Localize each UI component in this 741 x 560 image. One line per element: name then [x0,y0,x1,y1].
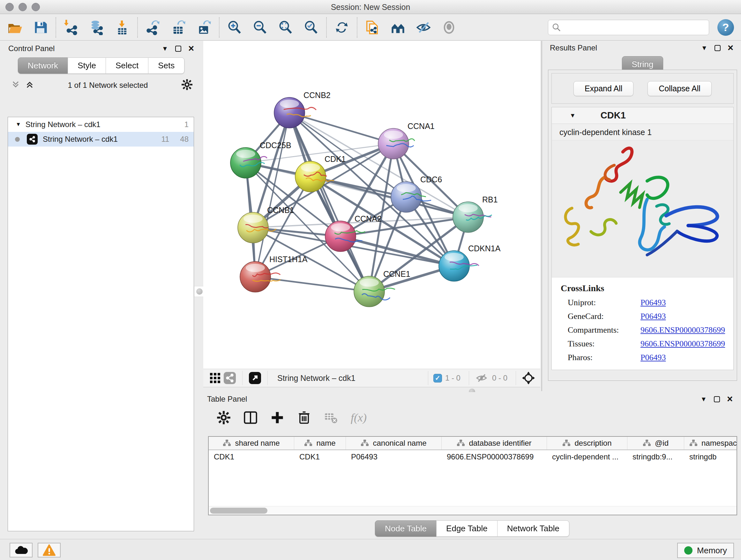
collapse-all-button[interactable]: Collapse All [648,81,712,96]
tab-style[interactable]: Style [68,57,106,74]
column-header-@id[interactable]: @id [627,437,684,449]
crosslink-link[interactable]: 9606.ENSP00000378699 [641,325,725,335]
table-horizontal-scrollbar[interactable] [209,506,737,515]
network-collection-row[interactable]: ▼ String Network – cdk1 1 [8,117,194,132]
warning-icon[interactable] [38,543,61,557]
network-node-ccna1[interactable]: CCNA1 [378,122,434,159]
collapse-all-icon[interactable] [11,80,20,91]
tab-edge-table[interactable]: Edge Table [436,520,497,537]
node-gloss-highlight [246,264,265,272]
delete-table-icon[interactable] [324,411,338,425]
network-node-rb1[interactable]: RB1 [453,195,498,233]
column-header-shared-name[interactable]: shared name [209,437,294,449]
cloud-icon[interactable] [10,543,32,557]
column-header-canonical-name[interactable]: canonical name [346,437,442,449]
table-cell[interactable]: CDK1 [294,450,346,463]
expand-all-button[interactable]: Expand All [574,81,633,96]
results-panel-close-icon[interactable]: × [728,45,733,51]
node-label-ccnb1: CCNB1 [267,206,294,214]
table-panel-menu-icon[interactable]: ▼ [700,395,707,403]
control-panel-tabs: NetworkStyleSelectSets [18,57,185,74]
detach-view-icon[interactable] [248,371,262,385]
node-gloss-highlight [331,223,350,232]
export-table-icon[interactable] [171,19,186,36]
help-icon[interactable]: ? [718,19,734,36]
column-header-description[interactable]: description [547,437,627,449]
export-image-icon[interactable] [196,19,212,36]
crosshair-icon[interactable] [521,371,536,385]
network-node-ccnb1[interactable]: CCNB1 [238,206,294,243]
column-header-database-identifier[interactable]: database identifier [442,437,547,449]
expand-all-icon[interactable] [25,80,35,91]
zoom-fit-icon[interactable] [278,19,293,36]
column-header-name[interactable]: name [294,437,346,449]
network-edge[interactable] [255,277,369,292]
node-gloss-highlight [384,131,403,139]
node-label-ccne1: CCNE1 [383,269,410,278]
control-panel-close-icon[interactable]: × [188,45,194,52]
import-network-icon[interactable] [63,19,79,36]
save-session-icon[interactable] [32,19,49,36]
search-input[interactable] [548,20,709,35]
network-edge[interactable] [255,113,289,277]
refresh-icon[interactable] [334,19,350,36]
delete-column-icon[interactable] [297,411,311,425]
network-edge[interactable] [289,113,369,292]
import-database-icon[interactable] [89,19,105,36]
first-neighbors-icon[interactable] [390,19,406,36]
tab-select[interactable]: Select [106,57,148,74]
memory-button[interactable]: Memory [677,543,734,558]
gear-icon[interactable] [181,79,193,91]
crosslink-link[interactable]: P06493 [641,298,666,307]
scrollbar-thumb[interactable] [210,508,267,514]
table-cell[interactable]: stringdb:9... [627,450,684,463]
network-row[interactable]: String Network – cdk1 11 48 [8,132,194,146]
node-label-ccna1: CCNA1 [408,122,434,131]
gene-caret-icon[interactable]: ▼ [569,112,576,119]
navigator-grid-icon[interactable] [208,371,222,385]
crosslink-link[interactable]: P06493 [641,353,666,362]
table-cell[interactable]: stringdb [684,450,737,463]
tab-node-table[interactable]: Node Table [375,520,436,537]
table-settings-icon[interactable] [217,411,231,425]
table-cell[interactable]: P06493 [346,450,442,463]
import-table-icon[interactable] [114,19,130,36]
zoom-in-icon[interactable] [226,19,243,36]
network-share-icon[interactable] [222,371,237,385]
open-session-icon[interactable] [7,19,23,36]
hide-selected-icon[interactable] [415,19,431,36]
tab-network[interactable]: Network [18,57,68,74]
new-network-from-selection-icon[interactable] [364,19,381,36]
export-network-icon[interactable] [145,19,161,36]
tab-sets[interactable]: Sets [148,57,185,74]
table-cell[interactable]: 9606.ENSP00000378699 [442,450,547,463]
control-panel-float-icon[interactable] [175,46,181,52]
table-panel-float-icon[interactable] [714,396,720,402]
add-column-icon[interactable] [270,411,284,425]
zoom-out-icon[interactable] [252,19,268,36]
network-node-cdkn1a[interactable]: CDKN1A [439,244,501,281]
column-header-namespace[interactable]: namespace [684,437,737,449]
selected-checkbox-icon[interactable]: ✓ [433,374,442,382]
results-panel-float-icon[interactable] [715,45,721,51]
network-node-hist1h1a[interactable]: HIST1H1A [240,255,308,292]
show-all-icon[interactable] [441,19,457,36]
collection-caret-icon[interactable]: ▼ [16,121,21,128]
network-node-cdk1[interactable]: CDK1 [295,154,346,192]
table-cell[interactable]: CDK1 [209,450,294,463]
crosslink-link[interactable]: P06493 [641,312,666,321]
network-canvas[interactable]: CCNB2CCNA1CDC25BCDK1CDC6RB1CCNB1CCNA2CDK… [203,41,540,369]
node-gloss-highlight [244,214,263,223]
crosslink-row: Uniprot:P06493 [561,298,733,307]
table-panel-close-icon[interactable]: × [727,396,733,402]
tab-network-table[interactable]: Network Table [497,520,569,537]
table-cell[interactable]: cyclin-dependent ... [547,450,627,463]
control-panel-menu-icon[interactable]: ▼ [162,45,168,52]
zoom-selected-icon[interactable] [303,19,319,36]
network-node-cdc25b[interactable]: CDC25B [230,141,291,178]
split-panel-icon[interactable] [244,411,258,425]
results-panel-menu-icon[interactable]: ▼ [701,44,708,52]
function-builder-icon[interactable]: f(x) [351,411,367,424]
table-row[interactable]: CDK1CDK1P064939606.ENSP00000378699cyclin… [209,450,737,463]
crosslink-link[interactable]: 9606.ENSP00000378699 [641,339,725,349]
